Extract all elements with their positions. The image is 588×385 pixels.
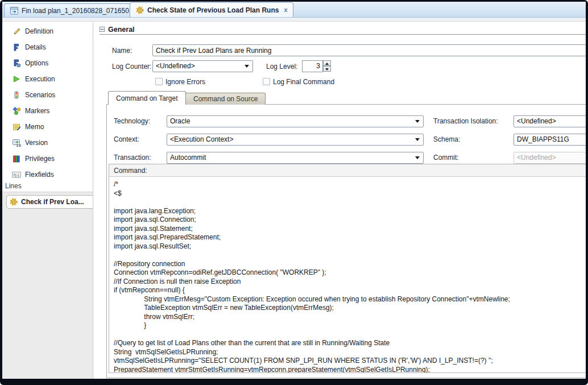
tab-label: Command on Source (193, 95, 258, 103)
command-header: Command: (109, 164, 586, 177)
spinner-up-icon[interactable] (323, 60, 331, 66)
chevron-down-icon (415, 138, 420, 141)
sidebar-item-privileges[interactable]: Privileges (2, 151, 93, 167)
tab-command-on-target[interactable]: Command on Target (108, 91, 186, 105)
step-editor-main: General Name: Log Counter: <Undefined> L… (94, 22, 586, 379)
transaction-label: Transaction: (114, 152, 151, 163)
markers-icon (12, 106, 21, 115)
lines-list-area: Check if Prev Loa... (2, 192, 93, 379)
sidebar-item-flexfields[interactable]: f (-) Flexfields (2, 167, 93, 183)
schema-value: DW_BIAPPS11G (517, 134, 569, 145)
editor-area: Fin load plan_1_20160828_071650 x Check … (2, 2, 586, 379)
chevron-down-icon (415, 156, 420, 159)
execution-play-icon (12, 74, 21, 84)
sidebar-item-label: Definition (25, 27, 53, 35)
collapse-icon[interactable] (100, 27, 105, 32)
log-final-command-label: Log Final Command (273, 78, 334, 86)
chevron-down-icon (245, 65, 249, 68)
log-counter-label: Log Counter: (112, 61, 151, 72)
sidebar-item-label: Version (25, 139, 48, 147)
command-code-textarea[interactable]: /* <$ import java.lang.Exception; import… (109, 177, 586, 372)
tab-fin-load-plan[interactable]: Fin load plan_1_20160828_071650 x (4, 3, 143, 17)
sidebar-item-scenarios[interactable]: Scenarios (2, 87, 93, 103)
transaction-isolation-dropdown[interactable]: <Undefined> (514, 115, 586, 127)
technology-label: Technology: (114, 115, 150, 127)
context-value: <Execution Context> (170, 134, 233, 145)
line-item-check-if-prev-load-selected[interactable]: Check if Prev Loa... (6, 195, 93, 209)
sidebar-item-label: Scenarios (25, 91, 55, 99)
close-icon[interactable]: x (284, 7, 287, 13)
sidebar-item-execution[interactable]: Execution (2, 71, 93, 87)
sidebar-item-options[interactable]: Options (2, 55, 93, 71)
sidebar-item-details[interactable]: Details (2, 39, 93, 55)
general-section-title: General (108, 26, 135, 34)
tab-label: Command on Target (116, 94, 178, 102)
context-dropdown[interactable]: <Execution Context> (167, 134, 424, 146)
memo-note-icon (12, 122, 21, 131)
sidebar-item-label: Privileges (25, 155, 55, 163)
commit-label: Commit: (433, 152, 459, 163)
transaction-value: Autocommit (170, 152, 206, 163)
sidebar-item-label: Flexfields (25, 171, 54, 179)
editor-sidebar: Definition Details Options (2, 22, 93, 379)
general-section-header: General (100, 24, 586, 35)
transaction-isolation-value: <Undefined> (517, 116, 556, 127)
details-icon (12, 43, 21, 52)
gear-icon (9, 197, 18, 206)
flexfields-icon: f (-) (12, 170, 21, 179)
lines-section-label: Lines (5, 182, 22, 190)
command-on-target-panel: Technology: Oracle Transaction Isolation… (106, 104, 586, 378)
tab-bar-separator (2, 18, 586, 22)
log-counter-value: <Undefined> (156, 61, 195, 72)
tab-command-on-source[interactable]: Command on Source (185, 93, 266, 105)
odi-studio-window: Fin load plan_1_20160828_071650 x Check … (0, 0, 588, 385)
load-plan-icon (10, 6, 19, 15)
context-label: Context: (114, 134, 139, 145)
command-editor: Command: /* <$ import java.lang.Exceptio… (109, 164, 586, 373)
name-label: Name: (112, 45, 132, 56)
chevron-down-icon (415, 120, 420, 123)
sidebar-item-definition[interactable]: Definition (2, 23, 93, 39)
spinner-down-icon[interactable] (323, 66, 331, 72)
sidebar-item-label: Details (25, 43, 46, 51)
sidebar-item-memo[interactable]: Memo (2, 119, 93, 135)
svg-text:1.0: 1.0 (16, 144, 22, 147)
transaction-dropdown[interactable]: Autocommit (167, 152, 424, 164)
pencil-icon (12, 27, 21, 36)
transaction-isolation-label: Transaction Isolation: (433, 115, 498, 127)
log-level-input[interactable]: 3 (302, 60, 323, 72)
commit-value: <Undefined> (517, 152, 556, 163)
sidebar-item-markers[interactable]: Markers (2, 103, 93, 119)
log-final-command-checkbox[interactable] (263, 78, 270, 85)
version-icon: 1.0 (12, 138, 21, 147)
tab-label: Fin load plan_1_20160828_071650 (22, 7, 129, 15)
sidebar-item-label: Execution (25, 75, 55, 83)
technology-dropdown[interactable]: Oracle (167, 115, 424, 127)
technology-value: Oracle (170, 116, 190, 127)
log-level-label: Log Level: (266, 61, 297, 72)
privileges-books-icon (12, 154, 21, 163)
log-counter-dropdown[interactable]: <Undefined> (152, 60, 253, 72)
sidebar-item-label: Memo (25, 123, 44, 131)
line-item-label: Check if Prev Loa... (21, 198, 84, 206)
commit-dropdown-disabled: <Undefined> (514, 152, 586, 164)
scenarios-traffic-light-icon (12, 90, 21, 100)
document-tab-bar: Fin load plan_1_20160828_071650 x Check … (2, 2, 586, 18)
schema-label: Schema: (433, 134, 460, 145)
options-icon (12, 59, 21, 68)
name-input[interactable] (152, 44, 586, 56)
log-level-stepper (323, 60, 331, 72)
sidebar-item-label: Options (25, 59, 48, 67)
sidebar-item-version[interactable]: 1.0 Version (2, 135, 93, 151)
svg-text:(-): (-) (15, 173, 19, 177)
gear-icon (135, 6, 144, 15)
tab-label: Check State of Previous Load Plan Runs (147, 6, 279, 14)
ignore-errors-checkbox[interactable] (155, 78, 163, 85)
schema-dropdown[interactable]: DW_BIAPPS11G (514, 134, 586, 146)
tab-check-state-of-previous-load-plan-runs[interactable]: Check State of Previous Load Plan Runs x (130, 2, 293, 17)
sidebar-item-label: Markers (25, 107, 49, 115)
ignore-errors-label: Ignore Errors (165, 78, 205, 86)
